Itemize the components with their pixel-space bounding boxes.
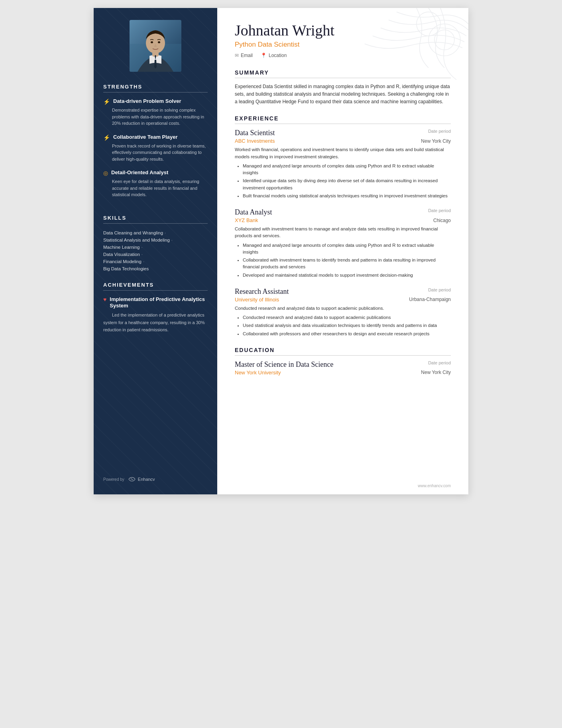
- achievements-title: ACHIEVEMENTS: [103, 282, 208, 291]
- main-footer: www.enhancv.com: [418, 484, 451, 488]
- skill-item-2: Statistical Analysis and Modeling ·: [103, 236, 208, 244]
- exp-company-1: ABC Investments: [235, 138, 275, 144]
- enhancv-logo-icon: [128, 476, 136, 482]
- email-icon: ✉: [235, 53, 239, 58]
- strength-desc-3: Keen eye for detail in data analysis, en…: [112, 178, 208, 198]
- skills-title: SKILLS: [103, 215, 208, 224]
- achievement-header-1: ♥ Implementation of Predictive Analytics…: [103, 296, 208, 310]
- skill-item-4: Data Visualization ·: [103, 251, 208, 258]
- strength-header-1: ⚡ Data-driven Problem Solver: [103, 98, 208, 105]
- header-section: Johnatan Wright Python Data Scientist ✉ …: [235, 22, 451, 58]
- exp-subheader-2: XYZ Bank Chicago: [235, 217, 451, 223]
- lightning-icon-1: ⚡: [103, 98, 110, 105]
- strength-header-3: ◎ Detail-Oriented Analyst: [103, 169, 208, 177]
- edu-date-1: Date period: [428, 360, 451, 365]
- skill-item-3: Machine Learning ·: [103, 244, 208, 251]
- skill-dot-5: ·: [143, 259, 144, 264]
- exp-date-2: Date period: [428, 208, 451, 213]
- education-title: EDUCATION: [235, 347, 451, 356]
- website-label: www.enhancv.com: [418, 484, 451, 488]
- strength-item-1: ⚡ Data-driven Problem Solver Demonstrate…: [103, 98, 208, 127]
- bullet-3-3: Collaborated with professors and other r…: [243, 331, 451, 337]
- svg-point-4: [151, 41, 153, 43]
- resume-wrapper: STRENGTHS ⚡ Data-driven Problem Solver D…: [94, 8, 468, 494]
- exp-description-3: Conducted research and analyzed data to …: [235, 305, 451, 312]
- edu-degree-1: Master of Science in Data Science: [235, 360, 333, 369]
- avatar-container: [103, 20, 208, 72]
- exp-header-3: Research Assistant Date period: [235, 287, 451, 296]
- exp-company-3: University of Illinois: [235, 297, 279, 303]
- bullet-1-2: Identified unique data sets by diving de…: [243, 177, 451, 191]
- email-contact: ✉ Email: [235, 53, 253, 58]
- exp-location-3: Urbana-Champaign: [409, 297, 451, 302]
- bullet-2-2: Collaborated with investment teams to id…: [243, 257, 451, 271]
- exp-job-title-3: Research Assistant: [235, 287, 289, 296]
- location-icon: 📍: [261, 53, 267, 58]
- experience-item-3: Research Assistant Date period Universit…: [235, 287, 451, 337]
- edu-school-1: New York University: [235, 370, 281, 376]
- bullet-1-1: Managed and analyzed large amounts of co…: [243, 163, 451, 177]
- skill-dot-2: ·: [171, 238, 173, 242]
- exp-date-1: Date period: [428, 129, 451, 134]
- skill-item-6: Big Data Technologies: [103, 265, 208, 272]
- exp-bullets-1: Managed and analyzed large amounts of co…: [235, 163, 451, 199]
- strength-item-2: ⚡ Collaborative Team Player Proven track…: [103, 134, 208, 163]
- edu-header-1: Master of Science in Data Science Date p…: [235, 360, 451, 369]
- achievements-section: ACHIEVEMENTS ♥ Implementation of Predict…: [103, 282, 208, 339]
- skill-dot-1: ·: [165, 230, 166, 235]
- exp-subheader-3: University of Illinois Urbana-Champaign: [235, 297, 451, 303]
- education-section: EDUCATION Master of Science in Data Scie…: [235, 347, 451, 376]
- strength-item-3: ◎ Detail-Oriented Analyst Keen eye for d…: [103, 169, 208, 198]
- heart-icon: ♥: [103, 297, 106, 303]
- lightning-icon-2: ⚡: [103, 134, 110, 141]
- exp-header-2: Data Analyst Date period: [235, 208, 451, 216]
- skill-item-1: Data Cleaning and Wrangling ·: [103, 229, 208, 236]
- experience-item-2: Data Analyst Date period XYZ Bank Chicag…: [235, 208, 451, 279]
- exp-location-1: New York City: [421, 138, 451, 144]
- avatar: [130, 20, 181, 72]
- strengths-title: STRENGTHS: [103, 84, 208, 92]
- experience-section: EXPERIENCE Data Scientist Date period AB…: [235, 115, 451, 337]
- exp-location-2: Chicago: [433, 218, 451, 223]
- summary-title: SUMMARY: [235, 69, 451, 78]
- education-item-1: Master of Science in Data Science Date p…: [235, 360, 451, 376]
- exp-company-2: XYZ Bank: [235, 217, 258, 223]
- achievement-title-1: Implementation of Predictive Analytics S…: [110, 296, 208, 310]
- location-contact: 📍 Location: [261, 53, 287, 58]
- achievement-desc-1: Led the implementation of a predictive a…: [103, 313, 205, 332]
- strength-desc-1: Demonstrated expertise in solving comple…: [112, 107, 208, 127]
- exp-job-title-1: Data Scientist: [235, 129, 275, 137]
- experience-item-1: Data Scientist Date period ABC Investmen…: [235, 129, 451, 199]
- skill-dot-4: ·: [141, 252, 143, 257]
- edu-location-1: New York City: [421, 370, 451, 375]
- achievement-item-1: ♥ Implementation of Predictive Analytics…: [103, 296, 208, 333]
- exp-date-3: Date period: [428, 287, 451, 292]
- exp-description-2: Collaborated with investment teams to ma…: [235, 226, 451, 240]
- exp-bullets-3: Conducted research and analyzed data to …: [235, 314, 451, 337]
- sidebar: STRENGTHS ⚡ Data-driven Problem Solver D…: [94, 8, 217, 494]
- target-icon: ◎: [103, 170, 108, 177]
- main-content: Johnatan Wright Python Data Scientist ✉ …: [217, 8, 468, 494]
- skill-dot-3: ·: [141, 245, 142, 250]
- skills-section: SKILLS Data Cleaning and Wrangling · Sta…: [103, 215, 208, 272]
- bullet-3-1: Conducted research and analyzed data to …: [243, 314, 451, 321]
- summary-text: Experienced Data Scientist skilled in ma…: [235, 83, 451, 106]
- contact-row: ✉ Email 📍 Location: [235, 53, 451, 58]
- candidate-name: Johnatan Wright: [235, 22, 451, 39]
- sidebar-footer: Powered by Enhancv: [103, 468, 208, 482]
- exp-description-1: Worked with financial, operations and in…: [235, 146, 451, 160]
- edu-subheader-1: New York University New York City: [235, 370, 451, 376]
- strength-header-2: ⚡ Collaborative Team Player: [103, 134, 208, 141]
- exp-job-title-2: Data Analyst: [235, 208, 272, 216]
- enhancv-logo: Enhancv: [128, 476, 155, 482]
- strength-title-3: Detail-Oriented Analyst: [111, 169, 168, 176]
- summary-section: SUMMARY Experienced Data Scientist skill…: [235, 69, 451, 106]
- powered-by-label: Powered by: [103, 477, 124, 482]
- candidate-title: Python Data Scientist: [235, 41, 451, 49]
- skill-item-5: Financial Modeling ·: [103, 258, 208, 265]
- enhancv-name: Enhancv: [138, 477, 155, 482]
- bullet-3-2: Used statistical analysis and data visua…: [243, 322, 451, 329]
- experience-title: EXPERIENCE: [235, 115, 451, 124]
- exp-bullets-2: Managed and analyzed large amounts of co…: [235, 242, 451, 279]
- email-label: Email: [241, 53, 253, 58]
